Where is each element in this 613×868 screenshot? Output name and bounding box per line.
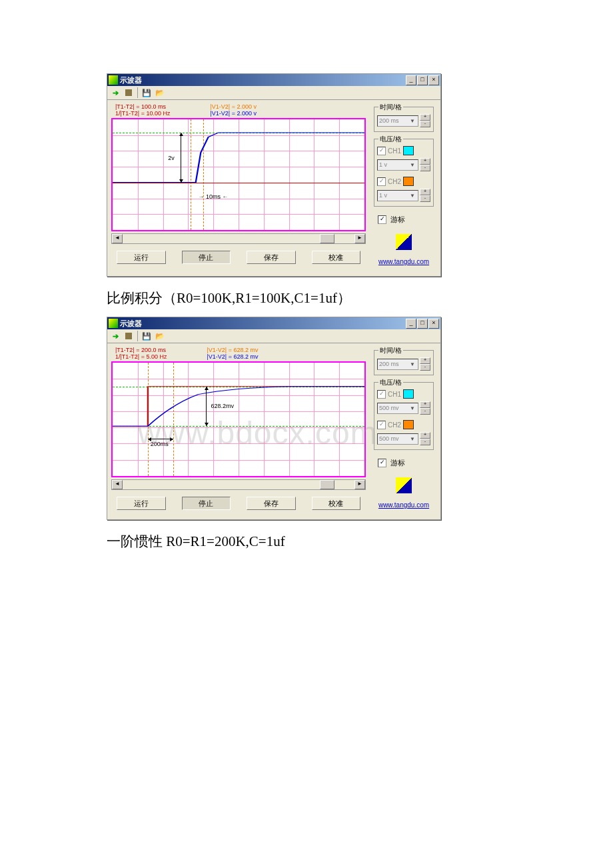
- time-up-button[interactable]: +: [420, 114, 430, 121]
- open-icon[interactable]: 📂: [154, 330, 166, 342]
- save-button[interactable]: 保存: [247, 497, 296, 510]
- ch1-down-button[interactable]: -: [420, 408, 430, 415]
- title-bar[interactable]: 示波器 _ □ ×: [107, 317, 440, 329]
- time-down-button[interactable]: -: [420, 364, 430, 371]
- calibrate-button[interactable]: 校准: [312, 497, 361, 510]
- ch2-volt-select[interactable]: 500 mv▼: [377, 433, 418, 445]
- cursor-checkbox[interactable]: ✓: [378, 215, 386, 224]
- volt-div-group: 电压/格 ✓CH1 500 mv▼ +- ✓CH2 500 mv▼ +-: [374, 382, 434, 450]
- ch1-checkbox[interactable]: ✓: [377, 147, 386, 155]
- time-div-select[interactable]: 200 ms▼: [377, 115, 418, 127]
- stop-icon[interactable]: [123, 87, 135, 99]
- horizontal-scrollbar[interactable]: ◄ ►: [111, 233, 366, 244]
- run-button[interactable]: 运行: [117, 497, 166, 510]
- ch2-color-swatch[interactable]: [403, 177, 414, 186]
- ch2-up-button[interactable]: +: [420, 432, 430, 439]
- ch1-up-button[interactable]: +: [420, 158, 430, 165]
- side-panel: 时间/格 200 ms▼ +- 电压/格 ✓CH1 1 v▼ +- ✓CH2 1…: [371, 103, 436, 269]
- readout-v1: |V1-V2| = 628.2 mv: [207, 347, 258, 353]
- volt-div-label: 电压/格: [378, 135, 403, 144]
- save-button[interactable]: 保存: [247, 251, 296, 264]
- voltage-annotation: 2v: [168, 155, 175, 161]
- time-div-group: 时间/格 200 ms▼ +-: [374, 350, 434, 375]
- time-annotation: → 10ms ←: [199, 193, 229, 200]
- ch1-color-swatch[interactable]: [403, 146, 414, 155]
- run-icon[interactable]: ➔: [109, 330, 121, 342]
- ch1-down-button[interactable]: -: [420, 165, 430, 171]
- ch1-checkbox[interactable]: ✓: [377, 390, 386, 399]
- cursor-readouts: |T1-T2| = 100.0 ms 1/|T1-T2| = 10.00 Hz …: [111, 103, 366, 118]
- toolbar: ➔ 💾 📂: [107, 86, 440, 100]
- ch2-down-button[interactable]: -: [420, 195, 430, 202]
- voltage-cursor-span: [181, 133, 181, 183]
- scroll-right-icon[interactable]: ►: [354, 234, 365, 243]
- close-button[interactable]: ×: [428, 319, 439, 329]
- ch1-up-button[interactable]: +: [420, 401, 430, 408]
- maximize-button[interactable]: □: [417, 75, 428, 85]
- plot-area[interactable]: www.bdocx.com 628.2mv 200ms: [111, 361, 366, 477]
- readout-t2: 1/|T1-T2| = 5.00 Hz: [115, 353, 167, 360]
- vendor-link[interactable]: www.tangdu.com: [374, 258, 434, 265]
- plot-area[interactable]: 2v → 10ms ←: [111, 118, 366, 231]
- stop-button[interactable]: 停止: [182, 497, 231, 510]
- time-up-button[interactable]: +: [420, 357, 430, 364]
- run-icon[interactable]: ➔: [109, 87, 121, 99]
- cursor-label: 游标: [390, 458, 405, 468]
- horizontal-scrollbar[interactable]: ◄ ►: [111, 479, 366, 490]
- ch1-volt-select[interactable]: 1 v▼: [377, 159, 418, 171]
- run-button[interactable]: 运行: [117, 251, 166, 264]
- readout-v2: |V1-V2| = 628.2 mv: [207, 353, 258, 360]
- ch2-up-button[interactable]: +: [420, 189, 430, 195]
- trace-ch2: [113, 119, 364, 230]
- ch2-label: CH2: [388, 178, 401, 185]
- vendor-link[interactable]: www.tangdu.com: [374, 501, 434, 509]
- ch2-down-button[interactable]: -: [420, 439, 430, 445]
- readout-v2: |V1-V2| = 2.000 v: [210, 110, 256, 117]
- ch1-label: CH1: [388, 147, 401, 155]
- toolbar: ➔ 💾 📂: [107, 329, 440, 343]
- readout-t2: 1/|T1-T2| = 10.00 Hz: [115, 110, 170, 117]
- side-panel: 时间/格 200 ms▼ +- 电压/格 ✓CH1 500 mv▼ +- ✓CH…: [371, 346, 436, 513]
- app-icon: [109, 319, 118, 328]
- readout-v1: |V1-V2| = 2.000 v: [210, 103, 256, 110]
- title-bar[interactable]: 示波器 _ □ ×: [107, 74, 440, 86]
- app-icon: [109, 75, 118, 85]
- maximize-button[interactable]: □: [417, 319, 428, 329]
- voltage-cursor-span: [206, 387, 207, 427]
- ch2-volt-select[interactable]: 1 v▼: [377, 190, 418, 201]
- time-down-button[interactable]: -: [420, 121, 430, 127]
- ch2-color-swatch[interactable]: [403, 420, 414, 429]
- stop-button[interactable]: 停止: [182, 251, 231, 264]
- time-annotation: 200ms: [151, 441, 169, 447]
- ch2-checkbox[interactable]: ✓: [377, 421, 386, 429]
- separator: [137, 331, 138, 341]
- volt-div-label: 电压/格: [378, 378, 403, 387]
- minimize-button[interactable]: _: [406, 75, 416, 85]
- time-div-select[interactable]: 200 ms▼: [377, 359, 418, 370]
- save-icon[interactable]: 💾: [141, 330, 153, 342]
- stop-icon[interactable]: [123, 330, 135, 342]
- readout-t1: |T1-T2| = 100.0 ms: [115, 103, 170, 110]
- minimize-button[interactable]: _: [406, 319, 416, 329]
- calibrate-button[interactable]: 校准: [312, 251, 361, 264]
- scroll-left-icon[interactable]: ◄: [112, 234, 123, 243]
- ch1-volt-select[interactable]: 500 mv▼: [377, 403, 418, 414]
- scroll-left-icon[interactable]: ◄: [112, 480, 123, 489]
- cursor-label: 游标: [390, 215, 405, 225]
- cursor-checkbox[interactable]: ✓: [378, 459, 386, 467]
- open-icon[interactable]: 📂: [154, 87, 166, 99]
- scroll-thumb[interactable]: [320, 234, 334, 243]
- time-div-label: 时间/格: [378, 346, 403, 355]
- ch2-checkbox[interactable]: ✓: [377, 177, 386, 186]
- scroll-right-icon[interactable]: ►: [354, 480, 365, 489]
- ch1-color-swatch[interactable]: [403, 389, 414, 399]
- readout-t1: |T1-T2| = 200.0 ms: [115, 347, 167, 353]
- time-cursor-span: [148, 439, 173, 439]
- oscilloscope-window-2: 示波器 _ □ × ➔ 💾 📂 |T1-T2| = 200.0 ms 1/|T1…: [107, 317, 441, 520]
- ch1-label: CH1: [388, 391, 401, 398]
- scroll-thumb[interactable]: [320, 480, 334, 489]
- ch2-label: CH2: [388, 421, 401, 429]
- close-button[interactable]: ×: [428, 75, 439, 85]
- save-icon[interactable]: 💾: [141, 87, 153, 99]
- window-title: 示波器: [120, 75, 406, 85]
